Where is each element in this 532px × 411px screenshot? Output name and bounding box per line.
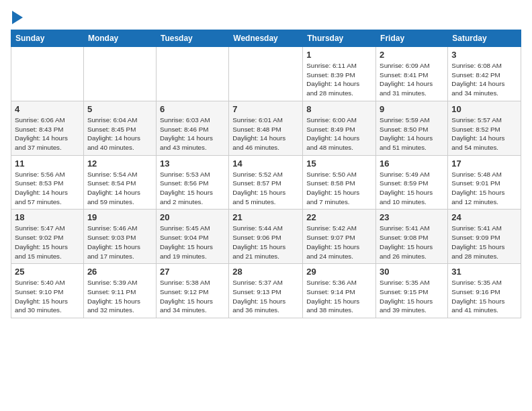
day-number: 30 xyxy=(380,267,444,277)
calendar-cell: 21Sunrise: 5:44 AM Sunset: 9:06 PM Dayli… xyxy=(229,210,303,264)
day-number: 7 xyxy=(232,104,299,114)
day-number: 17 xyxy=(451,158,517,169)
calendar-week-row: 18Sunrise: 5:47 AM Sunset: 9:02 PM Dayli… xyxy=(11,210,521,264)
calendar-cell: 4Sunrise: 6:06 AM Sunset: 8:43 PM Daylig… xyxy=(11,101,84,155)
calendar-cell: 9Sunrise: 5:59 AM Sunset: 8:50 PM Daylig… xyxy=(376,101,448,155)
calendar-cell: 28Sunrise: 5:37 AM Sunset: 9:13 PM Dayli… xyxy=(229,264,303,318)
day-info: Sunrise: 5:49 AM Sunset: 8:59 PM Dayligh… xyxy=(380,170,444,207)
calendar-week-row: 1Sunrise: 6:11 AM Sunset: 8:39 PM Daylig… xyxy=(11,47,521,101)
calendar-cell: 8Sunrise: 6:00 AM Sunset: 8:49 PM Daylig… xyxy=(303,101,376,155)
calendar-cell xyxy=(229,47,303,101)
day-number: 10 xyxy=(451,104,517,114)
day-info: Sunrise: 6:01 AM Sunset: 8:48 PM Dayligh… xyxy=(232,116,299,152)
day-number: 29 xyxy=(306,267,372,277)
day-info: Sunrise: 5:38 AM Sunset: 9:12 PM Dayligh… xyxy=(160,278,225,315)
day-number: 2 xyxy=(380,50,444,60)
weekday-header: Tuesday xyxy=(156,30,228,47)
day-number: 14 xyxy=(232,158,299,169)
day-info: Sunrise: 5:41 AM Sunset: 9:09 PM Dayligh… xyxy=(451,224,517,261)
calendar-cell: 13Sunrise: 5:53 AM Sunset: 8:56 PM Dayli… xyxy=(156,155,228,210)
calendar-cell: 18Sunrise: 5:47 AM Sunset: 9:02 PM Dayli… xyxy=(11,210,84,264)
day-info: Sunrise: 6:04 AM Sunset: 8:45 PM Dayligh… xyxy=(87,116,152,152)
weekday-header: Wednesday xyxy=(229,30,303,47)
day-number: 6 xyxy=(160,104,225,114)
day-info: Sunrise: 5:42 AM Sunset: 9:07 PM Dayligh… xyxy=(306,224,372,261)
day-info: Sunrise: 5:53 AM Sunset: 8:56 PM Dayligh… xyxy=(160,170,225,207)
weekday-header: Friday xyxy=(376,30,448,47)
day-number: 9 xyxy=(380,104,444,114)
day-info: Sunrise: 5:50 AM Sunset: 8:58 PM Dayligh… xyxy=(306,170,372,207)
day-number: 31 xyxy=(451,267,517,277)
day-number: 28 xyxy=(232,267,299,277)
day-info: Sunrise: 5:35 AM Sunset: 9:16 PM Dayligh… xyxy=(451,278,517,315)
calendar-cell: 25Sunrise: 5:40 AM Sunset: 9:10 PM Dayli… xyxy=(11,264,84,318)
calendar-cell: 23Sunrise: 5:41 AM Sunset: 9:08 PM Dayli… xyxy=(376,210,448,264)
calendar-cell: 3Sunrise: 6:08 AM Sunset: 8:42 PM Daylig… xyxy=(448,47,521,101)
calendar-week-row: 4Sunrise: 6:06 AM Sunset: 8:43 PM Daylig… xyxy=(11,101,521,155)
page-header xyxy=(11,11,521,21)
day-info: Sunrise: 6:03 AM Sunset: 8:46 PM Dayligh… xyxy=(160,116,225,152)
calendar-cell: 19Sunrise: 5:46 AM Sunset: 9:03 PM Dayli… xyxy=(83,210,156,264)
day-info: Sunrise: 5:45 AM Sunset: 9:04 PM Dayligh… xyxy=(160,224,225,261)
calendar-cell: 15Sunrise: 5:50 AM Sunset: 8:58 PM Dayli… xyxy=(303,155,376,210)
day-number: 25 xyxy=(15,267,80,277)
day-number: 21 xyxy=(232,212,299,222)
day-info: Sunrise: 6:08 AM Sunset: 8:42 PM Dayligh… xyxy=(451,61,517,98)
day-number: 22 xyxy=(306,212,372,222)
day-info: Sunrise: 5:47 AM Sunset: 9:02 PM Dayligh… xyxy=(15,224,80,261)
day-info: Sunrise: 6:09 AM Sunset: 8:41 PM Dayligh… xyxy=(380,61,444,98)
calendar-week-row: 25Sunrise: 5:40 AM Sunset: 9:10 PM Dayli… xyxy=(11,264,521,318)
day-info: Sunrise: 5:44 AM Sunset: 9:06 PM Dayligh… xyxy=(232,224,299,261)
calendar-cell xyxy=(83,47,156,101)
day-number: 19 xyxy=(87,212,152,222)
day-number: 11 xyxy=(15,158,80,169)
calendar-cell: 30Sunrise: 5:35 AM Sunset: 9:15 PM Dayli… xyxy=(376,264,448,318)
calendar-cell: 12Sunrise: 5:54 AM Sunset: 8:54 PM Dayli… xyxy=(83,155,156,210)
day-info: Sunrise: 5:56 AM Sunset: 8:53 PM Dayligh… xyxy=(15,170,80,207)
day-number: 15 xyxy=(306,158,372,169)
weekday-header: Monday xyxy=(83,30,156,47)
weekday-header: Thursday xyxy=(303,30,376,47)
calendar-cell: 2Sunrise: 6:09 AM Sunset: 8:41 PM Daylig… xyxy=(376,47,448,101)
calendar-cell: 31Sunrise: 5:35 AM Sunset: 9:16 PM Dayli… xyxy=(448,264,521,318)
day-number: 3 xyxy=(451,50,517,60)
day-number: 1 xyxy=(306,50,372,60)
calendar-cell: 26Sunrise: 5:39 AM Sunset: 9:11 PM Dayli… xyxy=(83,264,156,318)
day-info: Sunrise: 5:40 AM Sunset: 9:10 PM Dayligh… xyxy=(15,278,80,315)
day-number: 16 xyxy=(380,158,444,169)
calendar-cell: 20Sunrise: 5:45 AM Sunset: 9:04 PM Dayli… xyxy=(156,210,228,264)
calendar-cell: 24Sunrise: 5:41 AM Sunset: 9:09 PM Dayli… xyxy=(448,210,521,264)
day-number: 8 xyxy=(306,104,372,114)
day-info: Sunrise: 6:11 AM Sunset: 8:39 PM Dayligh… xyxy=(306,61,372,98)
day-info: Sunrise: 5:41 AM Sunset: 9:08 PM Dayligh… xyxy=(380,224,444,261)
calendar-cell: 27Sunrise: 5:38 AM Sunset: 9:12 PM Dayli… xyxy=(156,264,228,318)
weekday-header-row: SundayMondayTuesdayWednesdayThursdayFrid… xyxy=(11,30,521,47)
calendar-cell xyxy=(156,47,228,101)
day-number: 5 xyxy=(87,104,152,114)
day-number: 23 xyxy=(380,212,444,222)
calendar-week-row: 11Sunrise: 5:56 AM Sunset: 8:53 PM Dayli… xyxy=(11,155,521,210)
calendar-cell: 11Sunrise: 5:56 AM Sunset: 8:53 PM Dayli… xyxy=(11,155,84,210)
calendar-cell: 22Sunrise: 5:42 AM Sunset: 9:07 PM Dayli… xyxy=(303,210,376,264)
day-number: 13 xyxy=(160,158,225,169)
day-info: Sunrise: 6:00 AM Sunset: 8:49 PM Dayligh… xyxy=(306,116,372,152)
day-number: 12 xyxy=(87,158,152,169)
day-number: 27 xyxy=(160,267,225,277)
day-info: Sunrise: 5:48 AM Sunset: 9:01 PM Dayligh… xyxy=(451,170,517,207)
logo-arrow-icon xyxy=(12,11,23,24)
day-number: 20 xyxy=(160,212,225,222)
day-info: Sunrise: 5:57 AM Sunset: 8:52 PM Dayligh… xyxy=(451,116,517,152)
weekday-header: Saturday xyxy=(448,30,521,47)
day-number: 26 xyxy=(87,267,152,277)
logo xyxy=(11,11,23,21)
calendar-table: SundayMondayTuesdayWednesdayThursdayFrid… xyxy=(11,30,521,318)
day-info: Sunrise: 5:39 AM Sunset: 9:11 PM Dayligh… xyxy=(87,278,152,315)
day-info: Sunrise: 5:35 AM Sunset: 9:15 PM Dayligh… xyxy=(380,278,444,315)
day-info: Sunrise: 5:59 AM Sunset: 8:50 PM Dayligh… xyxy=(380,116,444,152)
day-info: Sunrise: 5:37 AM Sunset: 9:13 PM Dayligh… xyxy=(232,278,299,315)
calendar-cell: 1Sunrise: 6:11 AM Sunset: 8:39 PM Daylig… xyxy=(303,47,376,101)
day-number: 24 xyxy=(451,212,517,222)
day-info: Sunrise: 5:52 AM Sunset: 8:57 PM Dayligh… xyxy=(232,170,299,207)
calendar-cell: 6Sunrise: 6:03 AM Sunset: 8:46 PM Daylig… xyxy=(156,101,228,155)
calendar-cell: 14Sunrise: 5:52 AM Sunset: 8:57 PM Dayli… xyxy=(229,155,303,210)
